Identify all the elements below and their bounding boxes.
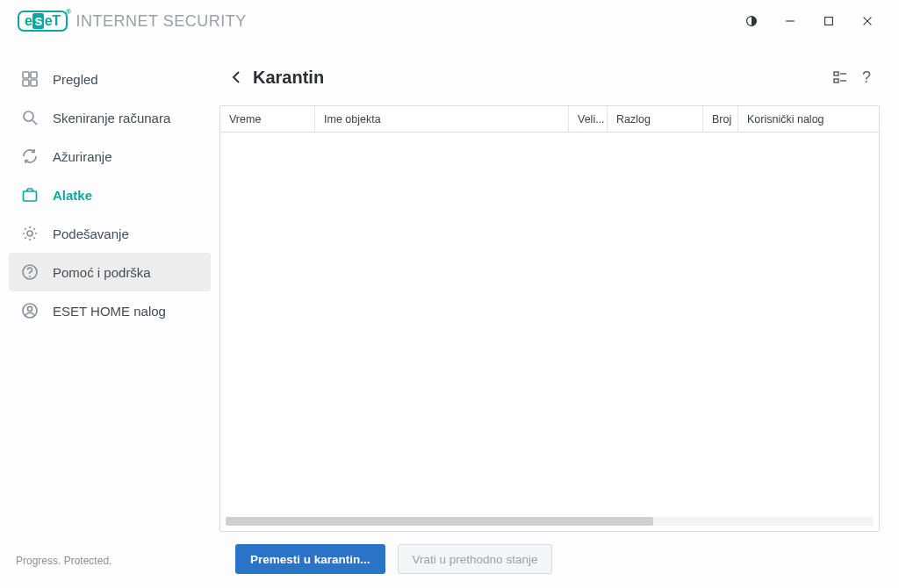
briefcase-icon (21, 186, 39, 204)
sidebar-item-label: Pomoć i podrška (53, 265, 151, 280)
sidebar-item-label: ESET HOME nalog (53, 304, 166, 319)
sidebar-item-label: Ažuriranje (53, 149, 112, 164)
sidebar-item-settings[interactable]: Podešavanje (9, 214, 211, 253)
sidebar: Pregled Skeniranje računara Ažuriranje A… (0, 42, 219, 588)
svg-rect-2 (825, 18, 833, 25)
page-title: Karantin (253, 68, 324, 88)
sidebar-item-scan[interactable]: Skeniranje računara (9, 98, 211, 137)
close-button[interactable] (848, 7, 887, 35)
main-content: Karantin ? Vreme Ime objekta Veli... Raz… (219, 42, 899, 588)
brand-logo: eseT ® INTERNET SECURITY (18, 11, 247, 32)
sidebar-footer: Progress. Protected. (9, 555, 211, 574)
svg-rect-7 (23, 80, 29, 86)
svg-line-10 (32, 120, 37, 125)
sidebar-item-tools[interactable]: Alatke (9, 176, 211, 214)
col-user[interactable]: Korisnički nalog (738, 106, 879, 132)
svg-point-16 (27, 306, 32, 311)
refresh-icon (21, 147, 39, 165)
product-name: INTERNET SECURITY (76, 12, 247, 31)
svg-rect-18 (834, 79, 838, 82)
minimize-button[interactable] (771, 7, 809, 35)
back-button[interactable] (225, 71, 248, 83)
gear-icon (21, 225, 39, 242)
svg-point-14 (29, 276, 31, 277)
col-size[interactable]: Veli... (569, 106, 608, 132)
col-count[interactable]: Broj (703, 106, 738, 132)
contrast-icon[interactable] (732, 7, 771, 35)
maximize-button[interactable] (809, 7, 848, 35)
sidebar-item-label: Podešavanje (53, 226, 129, 241)
view-options-icon[interactable] (827, 64, 853, 90)
svg-rect-8 (31, 80, 37, 86)
help-icon[interactable]: ? (853, 64, 880, 90)
move-to-quarantine-button[interactable]: Premesti u karantin... (235, 544, 385, 574)
svg-rect-17 (834, 72, 838, 75)
title-bar: eseT ® INTERNET SECURITY (0, 0, 899, 42)
table-body (220, 133, 879, 531)
horizontal-scrollbar[interactable] (226, 517, 874, 526)
search-icon (21, 109, 39, 126)
svg-point-9 (24, 111, 33, 121)
sidebar-item-account[interactable]: ESET HOME nalog (9, 291, 211, 330)
help-circle-icon (21, 263, 39, 281)
svg-point-12 (27, 231, 32, 236)
svg-rect-5 (23, 72, 29, 78)
svg-rect-6 (31, 72, 37, 78)
sidebar-item-overview[interactable]: Pregled (9, 60, 211, 98)
col-time[interactable]: Vreme (220, 106, 315, 132)
sidebar-item-label: Pregled (53, 72, 98, 87)
col-reason[interactable]: Razlog (608, 106, 703, 132)
svg-rect-11 (24, 191, 37, 201)
user-circle-icon (21, 302, 39, 319)
restore-button[interactable]: Vrati u prethodno stanje (398, 544, 553, 574)
sidebar-item-update[interactable]: Ažuriranje (9, 137, 211, 176)
scrollbar-thumb[interactable] (226, 517, 653, 526)
table-header: Vreme Ime objekta Veli... Razlog Broj Ko… (220, 106, 879, 133)
sidebar-item-label: Skeniranje računara (53, 111, 170, 125)
quarantine-table: Vreme Ime objekta Veli... Razlog Broj Ko… (219, 105, 880, 532)
logo-badge: eseT ® (18, 11, 68, 32)
dashboard-icon (21, 70, 39, 88)
sidebar-item-label: Alatke (53, 188, 92, 203)
col-name[interactable]: Ime objekta (315, 106, 569, 132)
sidebar-item-help[interactable]: Pomoć i podrška (9, 253, 211, 291)
